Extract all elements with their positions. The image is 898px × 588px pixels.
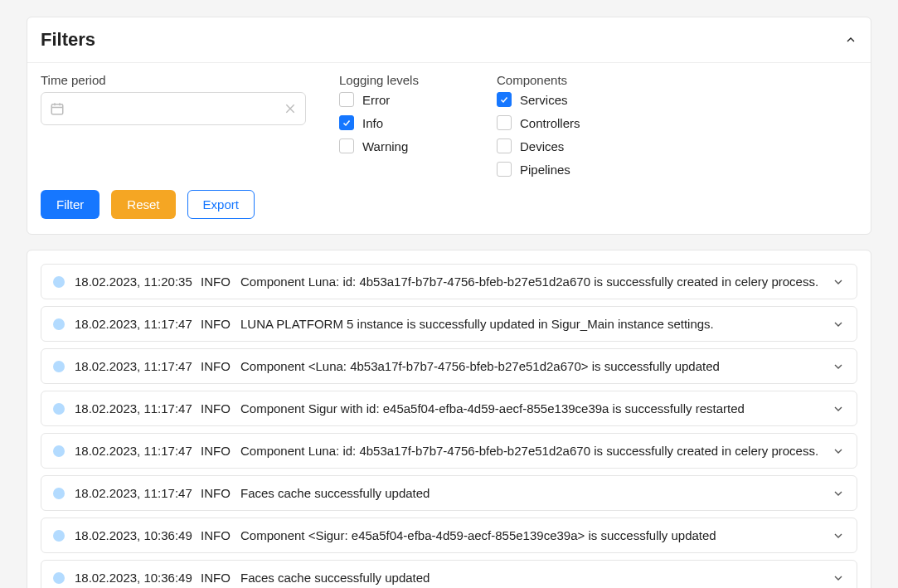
- chevron-down-icon[interactable]: [832, 571, 845, 585]
- log-text: 18.02.2023, 11:17:47 INFO Faces cache su…: [75, 486, 822, 500]
- log-message: Faces cache successfully updated: [237, 571, 430, 585]
- log-row[interactable]: 18.02.2023, 11:17:47 INFO Faces cache su…: [41, 475, 857, 511]
- info-dot-icon: [53, 445, 65, 457]
- filter-buttons-row: Filter Reset Export: [41, 190, 857, 219]
- logging-level-label: Warning: [362, 139, 408, 153]
- log-message: Component <Luna: 4b53a17f-b7b7-4756-bfeb…: [237, 359, 720, 373]
- log-timestamp: 18.02.2023, 11:17:47: [75, 444, 192, 458]
- filters-header[interactable]: Filters: [27, 17, 871, 63]
- log-row[interactable]: 18.02.2023, 11:17:47 INFO LUNA PLATFORM …: [41, 306, 857, 342]
- component-devices[interactable]: Devices: [497, 138, 629, 153]
- info-dot-icon: [53, 530, 65, 542]
- log-level: INFO: [197, 528, 231, 542]
- component-label: Services: [520, 93, 568, 107]
- logging-levels-group: ErrorInfoWarning: [339, 92, 464, 153]
- info-dot-icon: [53, 572, 65, 584]
- filters-panel: Filters Time period Logging levels: [27, 17, 871, 235]
- log-row[interactable]: 18.02.2023, 11:20:35 INFO Component Luna…: [41, 264, 857, 299]
- chevron-down-icon[interactable]: [832, 360, 845, 373]
- time-period-input-wrapper[interactable]: [41, 92, 306, 125]
- info-dot-icon: [53, 488, 65, 499]
- component-label: Devices: [520, 139, 564, 153]
- log-timestamp: 18.02.2023, 10:36:49: [75, 528, 192, 542]
- log-level: INFO: [197, 317, 231, 331]
- checkbox-icon[interactable]: [497, 92, 512, 107]
- clear-icon[interactable]: [284, 102, 297, 115]
- checkbox-icon[interactable]: [339, 115, 354, 130]
- component-services[interactable]: Services: [497, 92, 629, 107]
- components-group: ServicesControllersDevicesPipelines: [497, 92, 629, 177]
- log-level: INFO: [197, 486, 231, 500]
- log-timestamp: 18.02.2023, 11:20:35: [75, 275, 192, 289]
- log-row[interactable]: 18.02.2023, 10:36:49 INFO Component <Sig…: [41, 518, 857, 553]
- component-pipelines[interactable]: Pipelines: [497, 162, 629, 177]
- log-message: LUNA PLATFORM 5 instance is successfully…: [237, 317, 714, 331]
- checkbox-icon[interactable]: [339, 138, 354, 153]
- chevron-down-icon[interactable]: [832, 445, 845, 458]
- checkbox-icon[interactable]: [497, 115, 512, 130]
- log-timestamp: 18.02.2023, 10:36:49: [75, 571, 192, 585]
- filters-title: Filters: [41, 29, 95, 51]
- component-label: Pipelines: [520, 163, 570, 177]
- logging-level-label: Error: [362, 93, 390, 107]
- log-level: INFO: [197, 444, 231, 458]
- time-period-input[interactable]: [65, 102, 284, 116]
- logging-level-label: Info: [362, 116, 383, 130]
- checkbox-icon[interactable]: [497, 162, 512, 177]
- log-level: INFO: [197, 359, 231, 373]
- log-text: 18.02.2023, 11:20:35 INFO Component Luna…: [75, 275, 822, 289]
- logging-level-warning[interactable]: Warning: [339, 138, 464, 153]
- log-row[interactable]: 18.02.2023, 11:17:47 INFO Component <Lun…: [41, 348, 857, 384]
- chevron-down-icon[interactable]: [832, 487, 845, 500]
- chevron-down-icon[interactable]: [832, 318, 845, 331]
- log-message: Component Luna: id: 4b53a17f-b7b7-4756-b…: [237, 444, 818, 458]
- component-controllers[interactable]: Controllers: [497, 115, 629, 130]
- logging-levels-col: Logging levels ErrorInfoWarning: [339, 73, 464, 177]
- log-row[interactable]: 18.02.2023, 11:17:47 INFO Component Luna…: [41, 433, 857, 469]
- filter-button[interactable]: Filter: [41, 190, 100, 219]
- calendar-icon: [50, 101, 65, 116]
- log-message: Component <Sigur: e45a5f04-efba-4d59-aec…: [237, 528, 716, 542]
- log-row[interactable]: 18.02.2023, 10:36:49 INFO Faces cache su…: [41, 560, 857, 588]
- log-message: Component Sigur with id: e45a5f04-efba-4…: [237, 401, 745, 415]
- log-level: INFO: [197, 401, 231, 415]
- components-col: Components ServicesControllersDevicesPip…: [497, 73, 629, 177]
- info-dot-icon: [53, 361, 65, 372]
- chevron-up-icon[interactable]: [844, 33, 857, 46]
- checkbox-icon[interactable]: [497, 138, 512, 153]
- log-timestamp: 18.02.2023, 11:17:47: [75, 317, 192, 331]
- checkbox-icon[interactable]: [339, 92, 354, 107]
- chevron-down-icon[interactable]: [832, 275, 845, 289]
- log-text: 18.02.2023, 11:17:47 INFO Component Sigu…: [75, 401, 822, 415]
- log-text: 18.02.2023, 11:17:47 INFO Component Luna…: [75, 444, 822, 458]
- log-message: Faces cache successfully updated: [237, 486, 430, 500]
- log-message: Component Luna: id: 4b53a17f-b7b7-4756-b…: [237, 275, 818, 289]
- reset-button[interactable]: Reset: [111, 190, 175, 219]
- info-dot-icon: [53, 276, 65, 288]
- components-label: Components: [497, 73, 629, 87]
- chevron-down-icon[interactable]: [832, 529, 845, 542]
- filter-row: Time period Logging levels ErrorInfoWarn…: [41, 73, 857, 177]
- log-text: 18.02.2023, 11:17:47 INFO Component <Lun…: [75, 359, 822, 373]
- log-level: INFO: [197, 275, 231, 289]
- info-dot-icon: [53, 403, 65, 415]
- logging-level-info[interactable]: Info: [339, 115, 464, 130]
- logging-levels-label: Logging levels: [339, 73, 464, 87]
- log-row[interactable]: 18.02.2023, 11:17:47 INFO Component Sigu…: [41, 391, 857, 426]
- chevron-down-icon[interactable]: [832, 402, 845, 415]
- log-level: INFO: [197, 571, 231, 585]
- logs-panel: 18.02.2023, 11:20:35 INFO Component Luna…: [27, 250, 871, 588]
- logs-list: 18.02.2023, 11:20:35 INFO Component Luna…: [41, 264, 857, 588]
- svg-rect-0: [51, 104, 63, 114]
- log-timestamp: 18.02.2023, 11:17:47: [75, 359, 192, 373]
- export-button[interactable]: Export: [187, 190, 255, 219]
- log-text: 18.02.2023, 11:17:47 INFO LUNA PLATFORM …: [75, 317, 822, 331]
- log-timestamp: 18.02.2023, 11:17:47: [75, 486, 192, 500]
- component-label: Controllers: [520, 116, 580, 130]
- log-text: 18.02.2023, 10:36:49 INFO Faces cache su…: [75, 571, 822, 585]
- time-period-label: Time period: [41, 73, 306, 87]
- time-period-col: Time period: [41, 73, 306, 177]
- logging-level-error[interactable]: Error: [339, 92, 464, 107]
- log-text: 18.02.2023, 10:36:49 INFO Component <Sig…: [75, 528, 822, 542]
- log-timestamp: 18.02.2023, 11:17:47: [75, 401, 192, 415]
